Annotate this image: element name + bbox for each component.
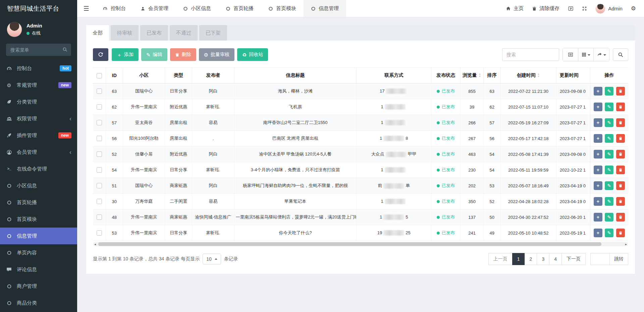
page-button[interactable]: 1 [512,253,525,265]
expand-row-button[interactable]: + [594,150,602,159]
scroll-left-icon[interactable]: ◂ [94,242,96,246]
edit-row-button[interactable]: ✎ [605,150,613,159]
topnav-tab-community-info[interactable]: 小区信息 [176,0,218,17]
expand-row-button[interactable]: + [594,118,602,127]
row-checkbox[interactable] [97,183,102,188]
recycle-bin-button[interactable]: ♻ 回收站 [237,48,268,61]
language-button[interactable] [568,6,574,11]
search-button[interactable] [613,48,628,61]
expand-row-button[interactable]: + [594,229,602,237]
row-checkbox[interactable] [97,230,102,236]
edit-row-button[interactable]: ✎ [605,118,613,127]
horizontal-scrollbar[interactable]: ◂ ▸ [93,242,628,246]
sidebar-item-plugin-management[interactable]: 插件管理 new [0,127,77,144]
sidebar-item-permission-management[interactable]: 权限管理 ‹ [0,110,77,127]
edit-button[interactable]: ✎ 编辑 [141,48,167,61]
sidebar-item-home-carousel[interactable]: 首页轮播 [0,194,77,211]
sidebar-item-category-management[interactable]: 分类管理 [0,93,77,110]
delete-button[interactable]: 删除 [170,48,196,61]
topnav-tab-dashboard[interactable]: 控制台 [95,0,133,17]
home-button[interactable]: 主页 [506,5,524,12]
filter-tab[interactable]: 已下架 [199,25,227,41]
expand-row-button[interactable]: + [594,134,602,143]
delete-row-button[interactable] [616,213,625,222]
expand-row-button[interactable]: + [594,87,602,96]
sidebar-item-merchant-management[interactable]: 商户管理 [0,278,77,295]
delete-row-button[interactable] [616,181,625,190]
row-checkbox[interactable] [97,88,102,94]
jump-page-input[interactable] [590,253,610,265]
table-search-input[interactable] [502,48,559,61]
page-size-dropdown[interactable]: 10 [203,254,221,264]
detail-view-button[interactable] [563,48,578,61]
columns-dropdown-button[interactable] [578,48,594,61]
export-dropdown-button[interactable] [594,48,609,61]
scrollbar-thumb[interactable] [98,242,601,246]
fullscreen-button[interactable] [582,6,587,11]
edit-row-button[interactable]: ✎ [605,103,613,111]
page-button[interactable]: 3 [537,253,549,265]
scroll-right-icon[interactable]: ▸ [625,242,627,246]
page-button[interactable]: 2 [525,253,537,265]
sidebar-item-community-info[interactable]: 小区信息 [0,177,77,194]
select-all-checkbox[interactable] [97,73,102,78]
settings-button[interactable]: ⚙ [631,6,636,11]
menu-search-input[interactable] [6,44,71,56]
row-checkbox[interactable] [97,104,102,110]
delete-row-button[interactable] [616,166,625,174]
topnav-tab-member-management[interactable]: 会员管理 [133,0,176,17]
edit-row-button[interactable]: ✎ [605,197,613,206]
row-checkbox[interactable] [97,120,102,125]
filter-tab[interactable]: 已发布 [140,25,168,41]
delete-row-button[interactable] [616,87,625,96]
edit-row-button[interactable]: ✎ [605,213,613,222]
sidebar-item-product-category[interactable]: 商品分类 [0,295,77,311]
next-page-button[interactable]: 下一页 [561,253,586,265]
clear-cache-button[interactable]: 清除缓存 [532,5,559,12]
edit-row-button[interactable]: ✎ [605,181,613,190]
row-checkbox[interactable] [97,151,102,157]
delete-row-button[interactable] [616,229,625,237]
expand-row-button[interactable]: + [594,181,602,190]
sidebar-item-single-page[interactable]: 单页内容 [0,244,77,261]
col-created[interactable]: 创建时间 [500,68,556,83]
col-views[interactable]: 浏览量 [461,68,484,83]
sidebar-item-comments[interactable]: 评论信息 [0,261,77,278]
sidebar-item-home-modules[interactable]: 首页模块 [0,211,77,228]
delete-row-button[interactable] [616,103,625,111]
sidebar-item-online-command[interactable]: >_ 在线命令管理 [0,161,77,177]
topnav-tab-home-carousel[interactable]: 首页轮播 [218,0,261,17]
sidebar-item-member-management[interactable]: 会员管理 ‹ [0,144,77,161]
filter-tab[interactable]: 不通过 [170,25,198,41]
row-checkbox[interactable] [97,199,102,204]
filter-tab[interactable]: 待审核 [111,25,139,41]
expand-row-button[interactable]: + [594,197,602,206]
expand-row-button[interactable]: + [594,103,602,111]
delete-row-button[interactable] [616,134,625,143]
batch-audit-button[interactable]: ⚙ 批量审核 [199,48,234,61]
delete-row-button[interactable] [616,118,625,127]
page-button[interactable]: 4 [549,253,562,265]
edit-row-button[interactable]: ✎ [605,134,613,143]
expand-row-button[interactable]: + [594,213,602,222]
topnav-tab-info-management[interactable]: 信息管理 [304,0,346,17]
refresh-button[interactable] [93,48,108,61]
expand-row-button[interactable]: + [594,166,602,174]
sidebar-item-general-management[interactable]: ⚙ 常规管理 new [0,77,77,93]
row-checkbox[interactable] [97,214,102,220]
row-checkbox[interactable] [97,136,102,141]
edit-row-button[interactable]: ✎ [605,87,613,96]
hamburger-menu-icon[interactable]: ☰ [77,0,95,17]
delete-row-button[interactable] [616,197,625,206]
user-menu[interactable]: Admin [595,4,623,14]
topnav-tab-home-modules[interactable]: 首页模块 [261,0,304,17]
filter-tab[interactable]: 全部 [86,25,109,41]
sidebar-item-dashboard[interactable]: 控制台 hot [0,60,77,77]
delete-row-button[interactable] [616,150,625,159]
jump-button[interactable]: 跳转 [609,253,628,265]
sidebar-item-info-management[interactable]: 信息管理 [0,228,77,244]
edit-row-button[interactable]: ✎ [605,229,613,237]
row-checkbox[interactable] [97,167,102,173]
add-button[interactable]: ＋ 添加 [112,48,139,61]
prev-page-button[interactable]: 上一页 [488,253,513,265]
